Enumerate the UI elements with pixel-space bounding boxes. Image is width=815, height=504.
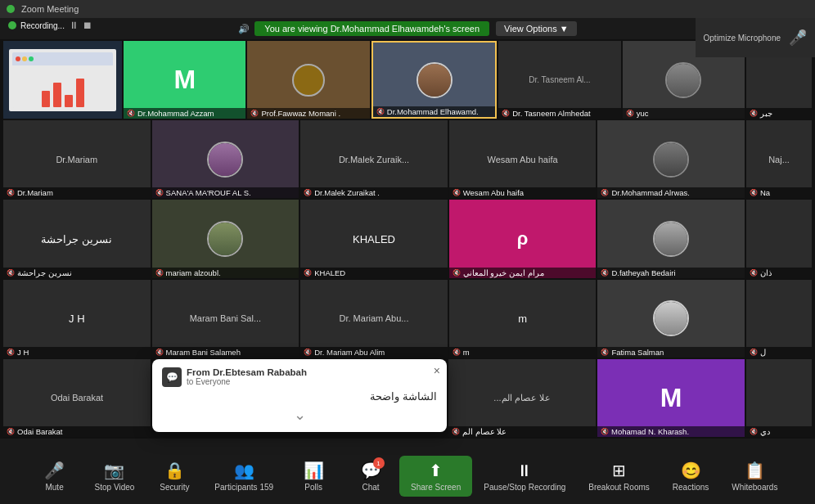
chat-button[interactable]: 💬 1 Chat — [342, 456, 399, 497]
security-icon: 🔒 — [164, 461, 185, 480]
grid-row-0: M 🔇Dr.Mohammad Azzam 🔇Prof.Fawwaz Momani… — [3, 41, 812, 119]
top-bar: 🔊 You are viewing Dr.Mohammad Elhawamdeh… — [0, 18, 815, 39]
mute-khaled: 🔇 — [304, 269, 312, 277]
mute-azzam: 🔇 — [127, 110, 135, 117]
whiteboards-icon: 📋 — [745, 461, 765, 480]
recording-pause[interactable]: ⏸ — [69, 20, 79, 31]
avatar-azzam: M — [124, 41, 245, 119]
security-label: Security — [160, 483, 189, 492]
mute-jabr: 🔇 — [750, 110, 758, 117]
participants-button[interactable]: 👥 Participants 159 — [203, 456, 285, 497]
name-zan: 🔇ذان — [746, 268, 812, 278]
participants-icon-wrap: 👥 — [234, 461, 254, 480]
share-screen-button[interactable]: ⬆ Share Screen — [399, 456, 472, 497]
cell-alrwas: 🔇Dr.Mohammad Alrwas. — [597, 120, 745, 198]
share-screen-icon: ⬆ — [429, 461, 443, 480]
name-last: 🔇دي — [746, 426, 812, 437]
name-m: 🔇m — [449, 347, 597, 358]
avatar-maram-pink: ρ — [449, 200, 597, 277]
grid-row-4: Odai Barakat 🔇Odai Barakat × 💬 From Dr.E… — [3, 359, 812, 437]
cell-ala: علا عصام الم... 🔇علا عصام الم — [448, 359, 596, 437]
cell-mariam: Dr.Mariam 🔇Dr.Mariam — [3, 120, 151, 198]
name-naj: 🔇Na — [746, 187, 812, 198]
cell-fatima: 🔇Fatima Salman — [597, 280, 745, 358]
name-jh: 🔇J H — [3, 347, 151, 358]
name-wesam: 🔇Wesam Abu haifa — [449, 187, 597, 198]
whiteboards-button[interactable]: 📋 Whiteboards — [720, 456, 789, 497]
mute-maram-pink: 🔇 — [453, 269, 461, 277]
name-khaled: 🔇KHALED — [300, 268, 448, 278]
reactions-button[interactable]: 😊 Reactions — [661, 456, 720, 497]
view-options-button[interactable]: View Options ▼ — [496, 21, 577, 36]
optimize-area: Optimize Microphone 🎤 — [696, 18, 815, 57]
avatar-momani — [247, 41, 369, 119]
recording-stop[interactable]: ⏹ — [83, 20, 92, 31]
avatar-fatima — [597, 280, 745, 358]
breakout-rooms-button[interactable]: ⊞ Breakout Rooms — [577, 456, 660, 497]
mute-label: Mute — [45, 483, 63, 492]
polls-label: Polls — [304, 483, 322, 492]
display-m: m — [449, 280, 597, 358]
cell-maram-pink: ρ 🔇مرام ايمن خيرو المعاني — [449, 200, 597, 277]
mute-button[interactable]: 🎤 Mute — [26, 456, 83, 497]
cell-arabic2: 🔇ل — [746, 280, 812, 358]
chat-icon-wrap: 💬 1 — [361, 461, 381, 480]
cell-mariam-abu: Dr. Mariam Abu... 🔇Dr. Mariam Abu Alim — [300, 280, 448, 358]
name-maram-bani: 🔇Maram Bani Salameh — [152, 347, 299, 358]
chat-from: From Dr.Ebtesam Rababah — [187, 367, 307, 377]
avatar-alrwas — [597, 120, 745, 198]
mute-jh: 🔇 — [7, 349, 15, 356]
participants-grid: M 🔇Dr.Mohammad Azzam 🔇Prof.Fawwaz Momani… — [0, 39, 815, 439]
app-title: Zoom Meeting — [21, 4, 79, 14]
avatar-sanaa — [152, 120, 299, 198]
chat-popup-avatar: 💬 — [162, 367, 182, 387]
pause-recording-button[interactable]: ⏸ Pause/Stop Recording — [472, 457, 577, 497]
name-nsrin: 🔇نسرين جراحشة — [3, 268, 151, 278]
mute-icon-wrap: 🎤 — [44, 461, 65, 480]
participants-label: Participants 159 — [214, 483, 273, 492]
cell-tasneem: Dr. Tasneem Al... 🔇Dr. Tasneem Almhedat — [498, 41, 620, 119]
mute-last: 🔇 — [750, 428, 758, 435]
polls-button[interactable]: 📊 Polls — [285, 456, 342, 497]
breakout-icon: ⊞ — [612, 461, 626, 480]
display-wesam: Wesam Abu haifa — [449, 120, 597, 198]
grid-row-3: J H 🔇J H Maram Bani Sal... 🔇Maram Bani S… — [3, 280, 812, 358]
security-button[interactable]: 🔒 Security — [146, 456, 203, 497]
pause-recording-label: Pause/Stop Recording — [484, 483, 565, 492]
stop-video-button[interactable]: 📷 Stop Video — [83, 456, 146, 497]
mute-yuc: 🔇 — [626, 110, 634, 117]
polls-icon: 📊 — [304, 461, 324, 480]
avatar-tasneem: Dr. Tasneem Al... — [498, 41, 620, 119]
avatar-m-purple: M — [597, 359, 745, 437]
name-sanaa: 🔇SANA'A MA'ROUF AL S. — [152, 187, 299, 198]
whiteboards-label: Whiteboards — [732, 483, 777, 492]
name-jabr: 🔇جبر — [746, 108, 812, 119]
chat-popup-close[interactable]: × — [434, 364, 440, 377]
cell-m: m 🔇m — [449, 280, 597, 358]
stop-video-label: Stop Video — [95, 483, 135, 492]
mute-odai: 🔇 — [7, 428, 15, 435]
chat-popup-expand[interactable]: ⌄ — [162, 406, 437, 424]
display-malek: Dr.Malek Zuraik... — [300, 120, 448, 198]
name-m-purple: 🔇Mohamad N. Kharash. — [597, 426, 745, 437]
screen-share-badge: You are viewing Dr.Mohammad Elhawamdeh's… — [254, 21, 489, 36]
mute-nsrin: 🔇 — [7, 269, 15, 277]
screen-thumb — [9, 49, 116, 111]
cell-malek: Dr.Malek Zuraik... 🔇Dr.Malek Zuraikat . — [300, 120, 448, 198]
cell-mariam-alzoubl: 🔇mariam alzoubl. — [152, 200, 299, 277]
name-fatima: 🔇Fatima Salman — [597, 347, 745, 358]
mute-arabic2: 🔇 — [750, 349, 758, 356]
participants-icon: 👥 — [234, 461, 254, 479]
cell-zan: 🔇ذان — [746, 200, 812, 277]
mute-sanaa: 🔇 — [155, 189, 164, 196]
name-alrwas: 🔇Dr.Mohammad Alrwas. — [597, 187, 745, 198]
reactions-icon: 😊 — [681, 461, 701, 480]
name-yuc: 🔇yuc — [623, 108, 745, 119]
display-mariam-abu: Dr. Mariam Abu... — [300, 280, 448, 358]
chat-popup-area: × 💬 From Dr.Ebtesam Rababah to Everyone … — [152, 359, 447, 437]
chat-popup: × 💬 From Dr.Ebtesam Rababah to Everyone … — [152, 359, 447, 432]
chat-popup-message: الشاشة واضحة — [162, 390, 437, 403]
chat-popup-header: 💬 From Dr.Ebtesam Rababah to Everyone — [162, 367, 437, 387]
mute-mariam: 🔇 — [7, 189, 15, 196]
name-malek: 🔇Dr.Malek Zuraikat . — [300, 187, 448, 198]
